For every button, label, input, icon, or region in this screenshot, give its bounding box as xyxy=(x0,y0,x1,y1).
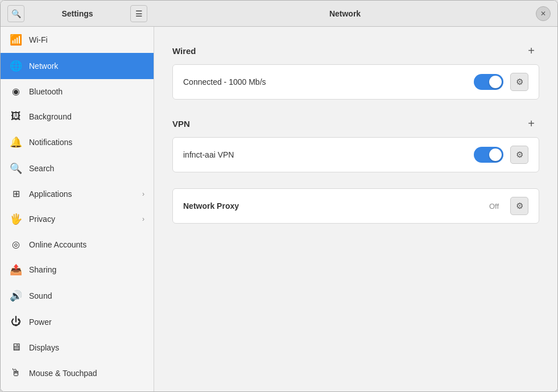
sidebar-label-online-accounts: Online Accounts xyxy=(29,240,144,249)
titlebar: 🔍 Settings ☰ Network ✕ xyxy=(1,1,557,27)
sharing-icon: 📤 xyxy=(10,263,22,276)
sidebar-label-background: Background xyxy=(29,112,144,121)
sidebar-item-search[interactable]: 🔍 Search xyxy=(1,155,154,181)
sidebar-label-sound: Sound xyxy=(29,291,144,300)
sidebar-item-privacy[interactable]: 🖐 Privacy › xyxy=(1,206,154,232)
sidebar-label-wifi: Wi-Fi xyxy=(29,35,144,44)
proxy-card: Network Proxy Off ⚙ xyxy=(172,188,539,224)
sidebar-item-mouse-touchpad[interactable]: 🖱 Mouse & Touchpad xyxy=(1,360,154,386)
proxy-label: Network Proxy xyxy=(183,201,482,211)
close-button[interactable]: ✕ xyxy=(536,6,551,21)
search-sidebar-icon: 🔍 xyxy=(10,162,22,175)
vpn-connection-label: infnct-aai VPN xyxy=(183,150,467,159)
power-icon: ⏻ xyxy=(10,316,22,328)
vpn-section-header: VPN + xyxy=(172,115,539,131)
search-button[interactable]: 🔍 xyxy=(7,5,24,22)
sidebar-label-notifications: Notifications xyxy=(29,138,144,147)
vpn-add-button[interactable]: + xyxy=(523,115,539,131)
main-area: 📶 Wi-Fi 🌐 Network ◉ Bluetooth 🖼 Backgrou… xyxy=(1,27,557,391)
mouse-icon: 🖱 xyxy=(10,367,22,379)
sidebar-label-mouse-touchpad: Mouse & Touchpad xyxy=(29,369,144,378)
sidebar-item-bluetooth[interactable]: ◉ Bluetooth xyxy=(1,79,154,104)
network-title: Network xyxy=(154,9,536,18)
wired-toggle[interactable] xyxy=(474,74,503,90)
wired-connection-row: Connected - 1000 Mb/s ⚙ xyxy=(173,65,539,99)
applications-chevron-icon: › xyxy=(142,190,144,198)
wired-connection-label: Connected - 1000 Mb/s xyxy=(183,77,467,86)
menu-icon: ☰ xyxy=(135,9,143,18)
sidebar-label-bluetooth: Bluetooth xyxy=(29,87,144,96)
sidebar-item-wifi[interactable]: 📶 Wi-Fi xyxy=(1,27,154,53)
sidebar-label-applications: Applications xyxy=(29,189,135,199)
sidebar-item-displays[interactable]: 🖥 Displays xyxy=(1,335,154,360)
privacy-chevron-icon: › xyxy=(142,215,144,223)
close-icon: ✕ xyxy=(540,10,546,18)
wired-title: Wired xyxy=(172,46,196,56)
vpn-toggle[interactable] xyxy=(474,147,503,163)
settings-title: Settings xyxy=(28,9,127,18)
settings-window: 🔍 Settings ☰ Network ✕ 📶 Wi-Fi 🌐 Network xyxy=(0,0,558,392)
search-icon: 🔍 xyxy=(11,9,21,18)
titlebar-right: ✕ xyxy=(536,6,557,21)
vpn-settings-button[interactable]: ⚙ xyxy=(510,146,528,164)
wired-card: Connected - 1000 Mb/s ⚙ xyxy=(172,64,539,100)
wired-add-icon: + xyxy=(528,44,535,57)
wired-section: Wired + Connected - 1000 Mb/s ⚙ xyxy=(172,43,539,100)
proxy-row[interactable]: Network Proxy Off ⚙ xyxy=(173,189,539,223)
titlebar-left: 🔍 Settings ☰ xyxy=(1,5,154,22)
sidebar-item-background[interactable]: 🖼 Background xyxy=(1,104,154,129)
wired-gear-icon: ⚙ xyxy=(516,77,523,87)
vpn-connection-row: infnct-aai VPN ⚙ xyxy=(173,138,539,172)
wired-add-button[interactable]: + xyxy=(523,43,539,59)
content-area: Wired + Connected - 1000 Mb/s ⚙ xyxy=(154,27,557,391)
menu-button[interactable]: ☰ xyxy=(130,5,147,22)
proxy-section: Network Proxy Off ⚙ xyxy=(172,188,539,224)
sidebar-item-power[interactable]: ⏻ Power xyxy=(1,309,154,335)
wired-settings-button[interactable]: ⚙ xyxy=(510,73,528,91)
privacy-icon: 🖐 xyxy=(10,213,22,225)
sidebar-item-notifications[interactable]: 🔔 Notifications xyxy=(1,129,154,155)
background-icon: 🖼 xyxy=(10,110,22,122)
sidebar-item-applications[interactable]: ⊞ Applications › xyxy=(1,181,154,206)
vpn-gear-icon: ⚙ xyxy=(516,150,523,160)
sidebar-label-sharing: Sharing xyxy=(29,265,144,274)
proxy-status: Off xyxy=(489,202,499,211)
bluetooth-icon: ◉ xyxy=(10,86,22,97)
sidebar-label-privacy: Privacy xyxy=(29,214,135,224)
wired-toggle-knob xyxy=(489,76,502,88)
wifi-icon: 📶 xyxy=(10,34,22,46)
vpn-section: VPN + infnct-aai VPN ⚙ xyxy=(172,115,539,172)
notifications-icon: 🔔 xyxy=(10,136,22,148)
vpn-toggle-knob xyxy=(489,148,502,161)
sidebar-label-network: Network xyxy=(29,61,144,71)
vpn-card: infnct-aai VPN ⚙ xyxy=(172,137,539,172)
sidebar-label-search: Search xyxy=(29,164,144,173)
sidebar-item-sound[interactable]: 🔊 Sound xyxy=(1,283,154,309)
proxy-gear-icon: ⚙ xyxy=(516,201,523,211)
proxy-settings-button[interactable]: ⚙ xyxy=(510,197,528,215)
sidebar-item-network[interactable]: 🌐 Network xyxy=(1,53,154,79)
sound-icon: 🔊 xyxy=(10,290,22,302)
applications-icon: ⊞ xyxy=(10,188,22,199)
vpn-add-icon: + xyxy=(528,117,535,130)
network-icon: 🌐 xyxy=(10,60,22,72)
vpn-title: VPN xyxy=(172,119,190,129)
displays-icon: 🖥 xyxy=(10,341,22,353)
sidebar: 📶 Wi-Fi 🌐 Network ◉ Bluetooth 🖼 Backgrou… xyxy=(1,27,154,391)
sidebar-item-online-accounts[interactable]: ◎ Online Accounts xyxy=(1,232,154,257)
wired-section-header: Wired + xyxy=(172,43,539,59)
online-accounts-icon: ◎ xyxy=(10,239,22,250)
sidebar-label-power: Power xyxy=(29,317,144,327)
sidebar-label-displays: Displays xyxy=(29,343,144,352)
sidebar-item-sharing[interactable]: 📤 Sharing xyxy=(1,257,154,283)
